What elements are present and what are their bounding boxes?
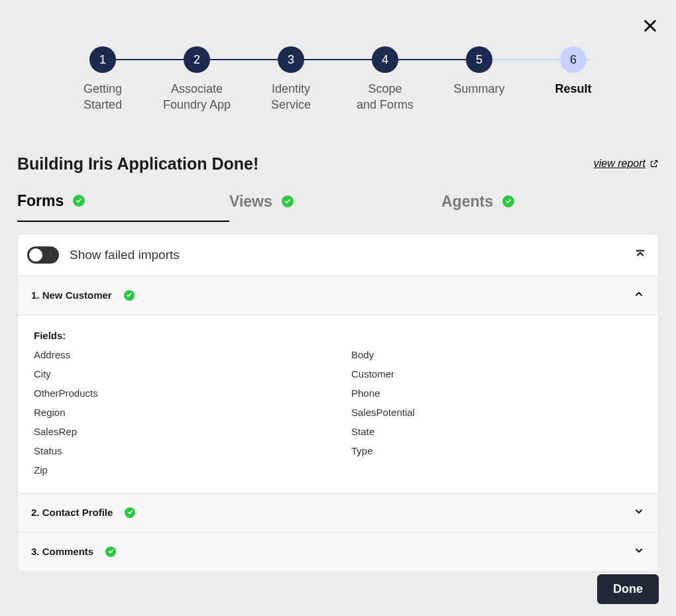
check-icon bbox=[282, 195, 294, 207]
field-name: Region bbox=[34, 407, 325, 418]
accordion-list: 1. New CustomerFields:AddressCityOtherPr… bbox=[18, 276, 658, 571]
step-4[interactable]: 4Scopeand Forms bbox=[342, 46, 428, 113]
view-report-label: view report bbox=[594, 158, 646, 170]
chevron-down-icon bbox=[633, 544, 645, 559]
step-circle-2: 2 bbox=[184, 46, 210, 73]
step-label-5: Summary bbox=[453, 81, 504, 97]
chevron-down-icon bbox=[633, 505, 645, 520]
result-content: Building Iris Application Done! view rep… bbox=[0, 133, 676, 593]
step-circle-6: 6 bbox=[560, 46, 587, 73]
accordion-header[interactable]: 1. New Customer bbox=[18, 276, 658, 315]
collapse-all-icon[interactable] bbox=[634, 248, 646, 262]
field-name: SalesPotential bbox=[351, 407, 642, 418]
accordion-body: Fields:AddressCityOtherProductsRegionSal… bbox=[18, 315, 658, 493]
accordion-header[interactable]: 2. Contact Profile bbox=[18, 493, 658, 532]
accordion-item: 1. New CustomerFields:AddressCityOtherPr… bbox=[18, 276, 658, 493]
tab-forms[interactable]: Forms bbox=[17, 192, 229, 222]
check-icon bbox=[105, 546, 116, 557]
results-panel: Show failed imports 1. New CustomerField… bbox=[17, 234, 659, 572]
accordion-header[interactable]: 3. Comments bbox=[18, 533, 658, 571]
step-3[interactable]: 3IdentityService bbox=[248, 46, 334, 113]
accordion-item: 2. Contact Profile bbox=[18, 493, 658, 532]
tab-label: Forms bbox=[17, 192, 64, 210]
step-circle-1: 1 bbox=[89, 46, 116, 73]
show-failed-toggle[interactable] bbox=[27, 246, 59, 264]
step-6[interactable]: 6Result bbox=[530, 46, 616, 113]
show-failed-label: Show failed imports bbox=[70, 248, 180, 262]
field-name: Status bbox=[34, 445, 325, 456]
check-icon bbox=[502, 195, 514, 207]
page-title: Building Iris Application Done! bbox=[17, 154, 258, 174]
accordion-title: 1. New Customer bbox=[31, 289, 112, 301]
field-name: Phone bbox=[351, 387, 642, 399]
step-circle-5: 5 bbox=[466, 46, 492, 73]
field-name: Type bbox=[351, 445, 642, 456]
accordion-title: 2. Contact Profile bbox=[31, 507, 113, 518]
external-link-icon bbox=[649, 159, 659, 168]
check-icon bbox=[124, 290, 135, 301]
field-name: Zip bbox=[34, 464, 325, 476]
chevron-up-icon bbox=[633, 288, 645, 303]
step-label-3: IdentityService bbox=[271, 81, 311, 113]
done-button[interactable]: Done bbox=[597, 574, 659, 604]
field-name: Body bbox=[351, 349, 642, 360]
field-name: City bbox=[34, 368, 325, 380]
field-name: Address bbox=[34, 349, 325, 360]
stepper: 1GettingStarted2AssociateFoundry App3Ide… bbox=[0, 0, 676, 133]
failed-imports-row: Show failed imports bbox=[18, 234, 658, 276]
tab-label: Agents bbox=[441, 193, 493, 211]
step-label-2: AssociateFoundry App bbox=[163, 81, 231, 113]
step-5[interactable]: 5Summary bbox=[436, 46, 522, 113]
step-circle-3: 3 bbox=[278, 46, 304, 73]
accordion-item: 3. Comments bbox=[18, 532, 658, 571]
step-circle-4: 4 bbox=[372, 46, 398, 73]
step-label-1: GettingStarted bbox=[84, 81, 122, 113]
step-1[interactable]: 1GettingStarted bbox=[60, 46, 146, 113]
step-label-6: Result bbox=[555, 81, 591, 97]
tab-label: Views bbox=[229, 193, 272, 211]
field-name: State bbox=[351, 426, 642, 437]
tab-agents[interactable]: Agents bbox=[441, 192, 653, 222]
toggle-knob bbox=[29, 248, 42, 262]
result-tabs: FormsViewsAgents bbox=[17, 192, 659, 222]
step-2[interactable]: 2AssociateFoundry App bbox=[154, 46, 240, 113]
step-label-4: Scopeand Forms bbox=[357, 81, 414, 113]
check-icon bbox=[125, 507, 135, 518]
tab-views[interactable]: Views bbox=[229, 192, 441, 222]
check-icon bbox=[73, 195, 85, 207]
field-name: SalesRep bbox=[34, 426, 325, 437]
view-report-link[interactable]: view report bbox=[594, 158, 659, 170]
fields-label: Fields: bbox=[34, 330, 642, 341]
accordion-title: 3. Comments bbox=[31, 546, 93, 557]
field-name: OtherProducts bbox=[34, 387, 325, 399]
fields-grid: AddressCityOtherProductsRegionSalesRepSt… bbox=[34, 349, 642, 476]
field-name: Customer bbox=[351, 368, 642, 380]
